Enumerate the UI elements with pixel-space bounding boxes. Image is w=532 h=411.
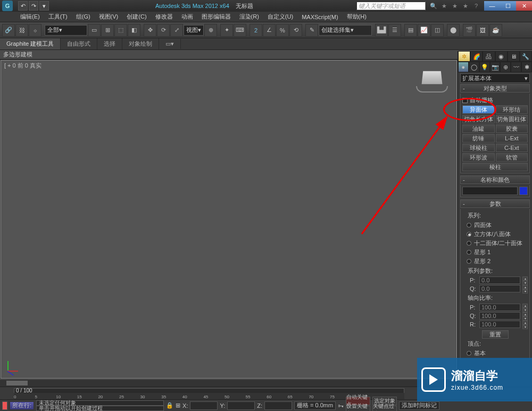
radio-star2[interactable] [467,259,471,264]
menu-grapheditors[interactable]: 图形编辑器 [197,13,235,21]
q-spinner-btns[interactable]: ▴▾ [522,285,528,292]
viewport-hscroll[interactable] [0,379,458,387]
qat-more[interactable]: ▾ [39,1,49,11]
tab-hierarchy[interactable]: 品 [483,51,495,62]
btn-oiltank[interactable]: 油罐 [462,124,495,133]
fav-icon[interactable]: ★ [461,1,470,11]
qat-redo[interactable]: ↷ [29,1,38,11]
fav-icon[interactable]: ★ [450,1,460,11]
pr-spinner-btns[interactable]: ▴▾ [522,304,528,311]
editnamedselset-icon[interactable]: ✎ [305,24,318,37]
btn-ringwave[interactable]: 环形波 [462,153,495,162]
viewcube[interactable] [419,70,445,91]
setkey-button[interactable]: 设置关键点 [346,406,370,411]
ribbon-minimize[interactable]: ▭▾ [159,39,181,49]
fav-icon[interactable]: ★ [439,1,449,11]
ribbon-tab-freeform[interactable]: 自由形式 [61,38,97,49]
selregion-icon[interactable]: ⬚ [114,24,127,37]
pivot-icon[interactable]: ⊕ [204,24,217,37]
btn-chamferbox[interactable]: 切角长方体 [462,115,495,123]
ribbon-tab-paint[interactable]: 对象绘制 [122,38,159,49]
radio-basic[interactable] [467,351,471,356]
menu-edit[interactable]: 编辑(E) [16,13,44,21]
rollout-parameters[interactable]: -参数 [460,199,530,208]
pr-spinner[interactable]: 100.0 [479,304,520,311]
btn-hose[interactable]: 软管 [496,153,528,162]
cat-helpers[interactable]: ⊕ [500,62,511,72]
bind-icon[interactable]: ⟐ [29,24,41,37]
menu-tools[interactable]: 工具(T) [44,13,72,21]
move-icon[interactable]: ✥ [144,24,156,37]
spinnersnap-icon[interactable]: ⟲ [289,24,302,37]
btn-cext[interactable]: C-Ext [496,144,528,152]
p-spinner[interactable]: 0.0 [479,276,520,284]
material-editor-icon[interactable]: ⬤ [447,24,460,37]
named-selset[interactable]: 创建选择集 ▾ [319,25,372,36]
select-name-icon[interactable]: ⊞ [101,24,114,37]
select-icon[interactable]: ▭ [88,24,101,37]
keyboard-icon[interactable]: ⌨ [234,24,246,37]
mirror-icon[interactable]: ▙▟ [375,24,388,37]
ribbon-tab-graphite[interactable]: Graphite 建模工具 [0,38,61,49]
render-prod-icon[interactable]: ☕ [489,24,502,37]
menu-create[interactable]: 创建(C) [122,13,151,21]
viewport[interactable]: [ + 0 前 0 真实 [1,60,457,379]
btn-capsule[interactable]: 胶囊 [496,124,528,133]
rotate-icon[interactable]: ⟳ [157,24,170,37]
script-listener[interactable] [2,401,7,410]
btn-torusknot[interactable]: 环形结 [496,105,528,114]
radio-dodec-icos[interactable] [467,241,471,246]
menu-views[interactable]: 视图(V) [95,13,123,21]
z-coord[interactable] [264,401,292,410]
app-logo[interactable]: G [2,1,13,11]
x-coord[interactable] [190,401,218,410]
scale-icon[interactable]: ⤢ [170,24,183,37]
tab-modify[interactable]: 🌈 [470,51,483,62]
render-setup-icon[interactable]: 🎬 [463,24,476,37]
align-icon[interactable]: ☰ [388,24,401,37]
rollout-object-type[interactable]: -对象类型 [460,84,530,93]
lock-icon[interactable]: 🔒 [166,402,173,409]
p-spinner-btns[interactable]: ▴▾ [522,276,528,284]
help-icon[interactable]: ? [471,1,481,11]
cat-systems[interactable]: ✱ [521,62,532,72]
cat-spacewarps[interactable]: 〰 [511,62,521,72]
ribbon-tab-selection[interactable]: 选择 [97,38,122,49]
menu-customize[interactable]: 自定义(U) [263,13,297,21]
schematic-icon[interactable]: ◫ [431,24,444,37]
rr-spinner[interactable]: 100.0 [479,321,520,328]
cat-geometry[interactable]: ● [458,62,469,72]
object-name-input[interactable] [462,187,518,195]
window-minimize[interactable]: — [484,1,500,11]
tab-display[interactable]: 🖥 [508,51,520,62]
qr-spinner-btns[interactable]: ▴▾ [522,312,528,320]
sel-lock-icon[interactable]: ⊞ [176,402,180,409]
btn-hedra[interactable]: 异面体 [462,105,495,114]
radio-cube-octa[interactable] [467,232,471,237]
menu-group[interactable]: 组(G) [72,13,95,21]
btn-lext[interactable]: L-Ext [496,134,528,142]
autogrid-checkbox[interactable] [462,98,468,103]
radio-tetra[interactable] [467,223,471,228]
menu-modifiers[interactable]: 修改器 [151,13,177,21]
anglesnap-icon[interactable]: ∠ [263,24,276,37]
rr-spinner-btns[interactable]: ▴▾ [522,321,528,328]
viewport-label[interactable]: [ + 0 前 0 真实 [4,62,41,70]
cat-shapes[interactable]: ◯ [469,62,479,72]
window-close[interactable]: ✕ [516,1,532,11]
tab-create[interactable]: ✲ [458,51,470,62]
qr-spinner[interactable]: 100.0 [479,312,520,320]
add-time-tag[interactable]: 添加时间标记 [399,401,439,410]
btn-chamfercyl[interactable]: 切角圆柱体 [496,115,528,123]
search-icon[interactable]: 🔍 [429,1,438,11]
unlink-icon[interactable]: ⛓ [15,24,28,37]
key-filter-button[interactable]: 关键点过滤器 [372,406,397,411]
menu-animation[interactable]: 动画 [177,13,197,21]
layers-icon[interactable]: ▤ [404,24,417,37]
selection-filter[interactable]: 全部 ▾ [45,25,87,36]
manipulate-icon[interactable]: ✦ [220,24,233,37]
menu-help[interactable]: 帮助(H) [343,13,371,21]
window-maximize[interactable]: ☐ [500,1,516,11]
refcoord-dropdown[interactable]: 视图 ▾ [184,25,204,36]
radio-star1[interactable] [467,250,471,255]
